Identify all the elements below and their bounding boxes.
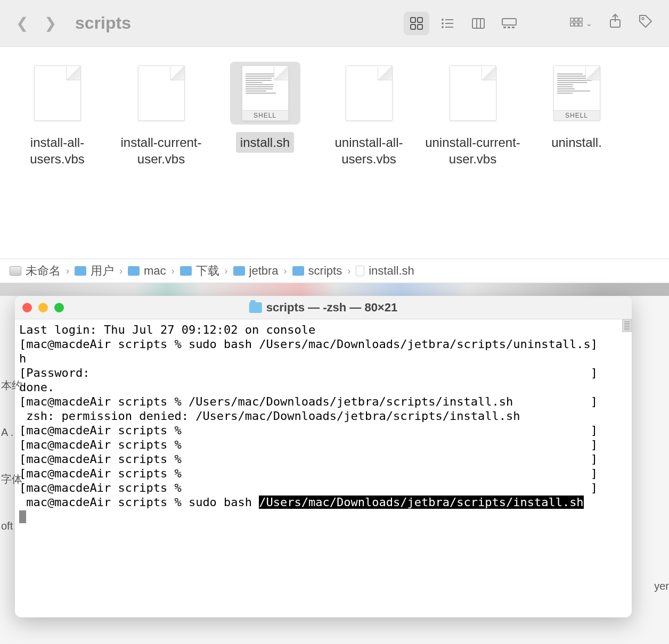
file-icon	[356, 266, 364, 276]
breadcrumb-separator: ›	[172, 266, 175, 277]
terminal-window[interactable]: scripts — -zsh — 80×21 Last login: Thu J…	[15, 296, 632, 617]
svg-rect-2	[411, 24, 415, 29]
close-button[interactable]	[22, 303, 32, 312]
svg-rect-3	[418, 24, 422, 29]
file-icon-wrap	[126, 62, 197, 125]
columns-icon	[471, 16, 485, 30]
folder-icon	[292, 266, 304, 276]
svg-rect-5	[445, 19, 453, 20]
zoom-button[interactable]	[54, 303, 64, 312]
terminal-titlebar[interactable]: scripts — -zsh — 80×21	[15, 296, 632, 319]
breadcrumb-separator: ›	[119, 266, 123, 277]
gallery-icon	[501, 18, 517, 29]
minimize-button[interactable]	[38, 303, 48, 312]
svg-rect-10	[472, 19, 484, 28]
share-icon	[608, 13, 622, 29]
svg-rect-19	[579, 18, 582, 21]
desktop-fragment: 本约	[0, 362, 23, 409]
file-name-label: install.sh	[236, 132, 294, 153]
file-item[interactable]: SHELLinstall.sh	[213, 57, 317, 248]
icon-view-button[interactable]	[404, 12, 429, 35]
breadcrumb-label: mac	[144, 264, 166, 278]
file-item[interactable]: install-current-user.vbs	[109, 57, 213, 248]
terminal-content[interactable]: Last login: Thu Jul 27 09:12:02 on conso…	[15, 319, 632, 617]
disk-icon	[10, 266, 21, 276]
terminal-line: h	[19, 351, 627, 366]
breadcrumb-separator: ›	[284, 266, 287, 277]
column-view-button[interactable]	[466, 12, 491, 35]
terminal-line: [mac@macdeAir scripts % /Users/mac/Downl…	[19, 394, 627, 409]
tag-icon	[638, 14, 653, 29]
svg-rect-18	[575, 18, 578, 21]
svg-point-25	[642, 18, 644, 20]
folder-icon	[249, 302, 262, 313]
breadcrumb-item[interactable]: mac	[128, 264, 166, 278]
breadcrumb-item[interactable]: install.sh	[356, 264, 414, 278]
svg-rect-1	[418, 18, 422, 22]
svg-rect-14	[503, 27, 506, 28]
breadcrumb-item[interactable]: scripts	[292, 264, 342, 278]
svg-rect-9	[445, 27, 453, 28]
file-item[interactable]: SHELLuninstall.	[525, 57, 629, 248]
finder-toolbar: ❮ ❯ scripts ⌄	[0, 0, 669, 47]
file-name-label: install-current-user.vbs	[109, 132, 213, 169]
list-view-button[interactable]	[435, 12, 460, 35]
nav-arrows: ❮ ❯	[16, 14, 56, 32]
svg-rect-7	[445, 23, 453, 24]
desktop-edge-right: yer	[654, 580, 669, 592]
terminal-line-current: mac@macdeAir scripts % sudo bash /Users/…	[19, 495, 627, 509]
terminal-line: done.	[19, 380, 627, 394]
shell-file-icon: SHELL	[553, 65, 600, 121]
finder-window: ❮ ❯ scripts ⌄	[0, 0, 669, 283]
back-button[interactable]: ❮	[16, 14, 28, 32]
svg-point-4	[442, 19, 444, 21]
terminal-line: Last login: Thu Jul 27 09:12:02 on conso…	[19, 323, 627, 337]
file-item[interactable]: uninstall-current-user.vbs	[421, 57, 525, 248]
breadcrumb-separator: ›	[66, 266, 69, 277]
terminal-line: [mac@macdeAir scripts % ]	[19, 423, 627, 437]
file-icon-wrap: SHELL	[230, 62, 300, 125]
svg-rect-20	[570, 23, 574, 26]
file-grid[interactable]: install-all-users.vbsinstall-current-use…	[0, 47, 669, 259]
file-name-label: uninstall-all-users.vbs	[317, 132, 421, 169]
view-controls	[404, 12, 522, 35]
breadcrumb-label: scripts	[308, 264, 342, 278]
svg-point-8	[442, 26, 444, 28]
terminal-highlighted-path: /Users/mac/Downloads/jetbra/scripts/inst…	[259, 496, 583, 509]
list-icon	[440, 16, 454, 30]
gallery-view-button[interactable]	[496, 12, 522, 35]
tags-button[interactable]	[638, 14, 653, 32]
breadcrumb: 未命名›用户›mac›下载›jetbra›scripts›install.sh	[0, 259, 669, 283]
file-name-label: uninstall.	[547, 132, 606, 153]
svg-rect-21	[575, 23, 578, 26]
terminal-line: zsh: permission denied: /Users/mac/Downl…	[19, 409, 627, 423]
breadcrumb-item[interactable]: 用户	[75, 263, 114, 279]
shell-badge: SHELL	[554, 110, 600, 120]
document-file-icon	[450, 65, 496, 121]
group-icon	[570, 18, 584, 29]
terminal-title: scripts — -zsh — 80×21	[249, 301, 397, 315]
file-item[interactable]: install-all-users.vbs	[5, 57, 109, 248]
document-file-icon	[346, 65, 393, 121]
breadcrumb-separator: ›	[347, 266, 350, 277]
svg-point-6	[442, 22, 444, 24]
desktop-fragment: oft	[0, 502, 23, 549]
svg-rect-17	[570, 18, 574, 21]
share-button[interactable]	[608, 13, 622, 33]
folder-icon	[180, 266, 192, 276]
file-icon-wrap: SHELL	[542, 62, 612, 125]
terminal-line: [mac@macdeAir scripts % sudo bash /Users…	[19, 337, 627, 351]
breadcrumb-item[interactable]: jetbra	[233, 264, 279, 278]
breadcrumb-label: install.sh	[369, 264, 414, 278]
file-item[interactable]: uninstall-all-users.vbs	[317, 57, 421, 248]
forward-button[interactable]: ❯	[44, 14, 56, 32]
group-by-button[interactable]: ⌄	[570, 18, 592, 29]
file-icon-wrap	[438, 62, 508, 125]
shell-badge: SHELL	[242, 110, 288, 120]
window-controls	[22, 303, 64, 312]
breadcrumb-item[interactable]: 未命名	[10, 263, 61, 279]
breadcrumb-item[interactable]: 下载	[180, 263, 219, 279]
document-file-icon	[34, 65, 81, 121]
terminal-title-text: scripts — -zsh — 80×21	[266, 301, 397, 315]
file-icon-wrap	[334, 62, 404, 125]
